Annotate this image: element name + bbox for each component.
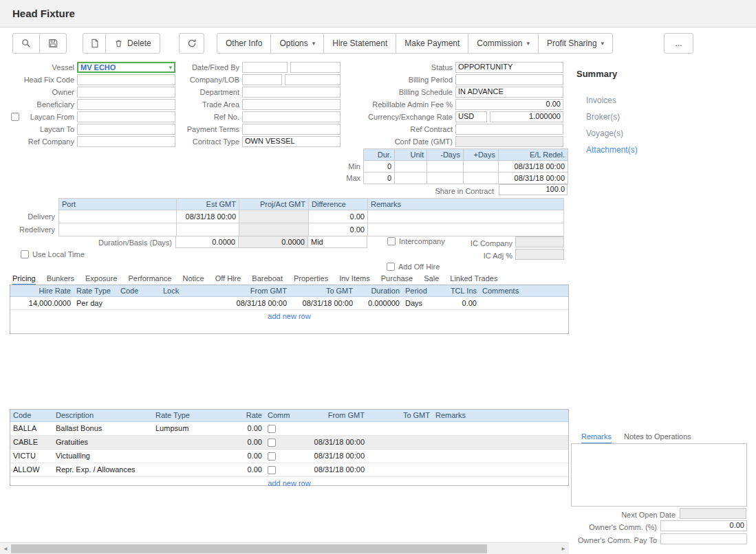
vessel-select[interactable]: MV ECHO ▾ <box>77 62 175 73</box>
ref-no-input[interactable] <box>242 111 341 122</box>
owner-input[interactable] <box>77 87 175 98</box>
delivery-proj-act-cell[interactable] <box>239 210 308 223</box>
fee-to-gmt-cell[interactable] <box>367 463 433 476</box>
head-fix-code-input[interactable] <box>77 74 175 85</box>
tab-bareboat[interactable]: Bareboat <box>252 274 283 285</box>
conf-date-input[interactable] <box>455 136 563 147</box>
laycan-checkbox[interactable] <box>11 113 19 121</box>
fee-row-balla[interactable]: BALLA Ballast Bonus Lumpsum 0.00 <box>10 422 568 436</box>
redelivery-difference-cell[interactable]: 0.00 <box>309 223 367 236</box>
fee-rate-type-cell[interactable] <box>153 450 218 463</box>
fee-to-gmt-cell[interactable] <box>367 422 433 435</box>
max-el-redel-cell[interactable]: 08/31/18 00:00 <box>499 173 568 184</box>
remarks-textarea[interactable] <box>571 443 747 507</box>
fee-remarks-cell[interactable] <box>433 463 568 476</box>
commission-button[interactable]: Commission▾ <box>468 33 539 54</box>
tcl-ins-cell[interactable]: 0.00 <box>441 297 479 309</box>
fee-to-gmt-cell[interactable] <box>367 436 433 449</box>
billing-schedule-input[interactable]: IN ADVANCE <box>455 87 563 98</box>
min-plus-days-cell[interactable] <box>464 161 498 172</box>
delete-button[interactable]: Delete <box>105 33 160 54</box>
laycan-from-input[interactable] <box>77 111 175 122</box>
tab-remarks[interactable]: Remarks <box>581 432 612 444</box>
period-cell[interactable]: Days <box>402 297 441 309</box>
max-plus-days-cell[interactable] <box>464 173 498 184</box>
owners-comm-pay-to-input[interactable] <box>660 533 747 544</box>
date-input[interactable] <box>242 62 288 73</box>
min-el-redel-cell[interactable]: 08/31/18 00:00 <box>499 161 568 172</box>
fee-from-gmt-cell[interactable]: 08/31/18 00:00 <box>295 463 367 476</box>
fee-remarks-cell[interactable] <box>433 450 568 463</box>
hire-rate-cell[interactable]: 14,000.0000 <box>10 297 74 309</box>
options-button[interactable]: Options▾ <box>270 33 324 54</box>
tab-bunkers[interactable]: Bunkers <box>47 274 74 285</box>
fee-rate-type-cell[interactable] <box>153 463 218 476</box>
trade-area-input[interactable] <box>242 99 341 110</box>
duration-value-cell[interactable]: 0.0000 <box>176 236 238 247</box>
summary-link-invoices[interactable]: Invoices <box>586 96 616 105</box>
use-local-time-checkbox[interactable] <box>21 250 29 258</box>
beneficiary-input[interactable] <box>77 99 175 110</box>
tab-pricing[interactable]: Pricing <box>12 274 36 285</box>
basis-cell[interactable]: Mid <box>308 236 367 247</box>
tab-notice[interactable]: Notice <box>182 274 204 285</box>
fee-remarks-cell[interactable] <box>433 422 568 435</box>
fee-desc-cell[interactable]: Repr. Exp. / Allowances <box>53 463 153 476</box>
exchange-rate-input[interactable]: 1.000000 <box>490 111 563 122</box>
fee-rate-type-cell[interactable] <box>153 436 218 449</box>
fee-code-cell[interactable]: CABLE <box>10 436 53 449</box>
summary-link-voyages[interactable]: Voyage(s) <box>586 129 623 138</box>
fee-desc-cell[interactable]: Gratuities <box>53 436 153 449</box>
laycan-to-input[interactable] <box>77 124 175 135</box>
fee-code-cell[interactable]: VICTU <box>10 450 53 463</box>
fee-code-cell[interactable]: ALLOW <box>10 463 53 476</box>
refresh-button[interactable] <box>179 33 204 54</box>
horizontal-scrollbar[interactable]: ◄ ► <box>0 542 569 554</box>
duration-cell[interactable]: 0.000000 <box>356 297 402 309</box>
to-gmt-cell[interactable]: 08/31/18 00:00 <box>290 297 356 309</box>
delivery-remarks-cell[interactable] <box>368 210 563 223</box>
from-gmt-cell[interactable]: 08/31/18 00:00 <box>210 297 290 309</box>
hire-statement-button[interactable]: Hire Statement <box>323 33 396 54</box>
fee-code-cell[interactable]: BALLA <box>10 422 53 435</box>
scroll-right-icon[interactable]: ► <box>558 543 569 554</box>
fee-comm-checkbox[interactable] <box>268 425 276 433</box>
fee-comm-checkbox[interactable] <box>268 439 276 447</box>
redelivery-remarks-cell[interactable] <box>368 223 563 236</box>
fees-add-new-row-link[interactable]: add new row <box>10 477 568 489</box>
intercompany-checkbox[interactable] <box>387 237 396 245</box>
search-button[interactable] <box>12 33 40 54</box>
owners-comm-input[interactable]: 0.00 <box>660 520 747 531</box>
scrollbar-thumb[interactable] <box>11 544 487 553</box>
save-button[interactable] <box>39 33 67 54</box>
fee-row-victu[interactable]: VICTU Victualling 0.00 08/31/18 00:00 <box>10 450 568 463</box>
add-off-hire-checkbox[interactable] <box>387 263 395 271</box>
delivery-port-cell[interactable] <box>59 210 176 223</box>
payment-terms-input[interactable] <box>242 124 341 135</box>
currency-input[interactable]: USD <box>455 111 487 122</box>
tab-off-hire[interactable]: Off Hire <box>215 274 241 285</box>
copy-button[interactable] <box>83 33 106 54</box>
tab-purchase[interactable]: Purchase <box>381 274 413 285</box>
fee-rate-cell[interactable]: 0.00 <box>218 422 265 435</box>
lob-input[interactable] <box>285 74 341 85</box>
duration-actual-cell[interactable]: 0.0000 <box>239 236 307 247</box>
rebillable-admin-fee-input[interactable]: 0.00 <box>455 99 563 110</box>
fee-to-gmt-cell[interactable] <box>367 450 433 463</box>
pricing-row[interactable]: 14,000.0000 Per day 08/31/18 00:00 08/31… <box>10 297 568 310</box>
fee-remarks-cell[interactable] <box>433 436 568 449</box>
redelivery-proj-act-cell[interactable] <box>239 223 308 236</box>
contract-type-input[interactable]: OWN VESSEL <box>242 136 341 147</box>
min-unit-cell[interactable] <box>395 161 426 172</box>
ref-company-input[interactable] <box>77 136 175 147</box>
pricing-add-new-row-link[interactable]: add new row <box>10 310 568 322</box>
redelivery-port-cell[interactable] <box>59 223 176 236</box>
rate-type-cell[interactable]: Per day <box>74 297 118 309</box>
department-input[interactable] <box>242 87 341 98</box>
other-info-button[interactable]: Other Info <box>217 33 271 54</box>
fee-rate-type-cell[interactable]: Lumpsum <box>153 422 218 435</box>
profit-sharing-button[interactable]: Profit Sharing▾ <box>538 33 613 54</box>
lock-cell[interactable] <box>160 297 210 309</box>
tab-linked-trades[interactable]: Linked Trades <box>450 274 497 285</box>
ic-adj-input[interactable] <box>515 249 564 260</box>
